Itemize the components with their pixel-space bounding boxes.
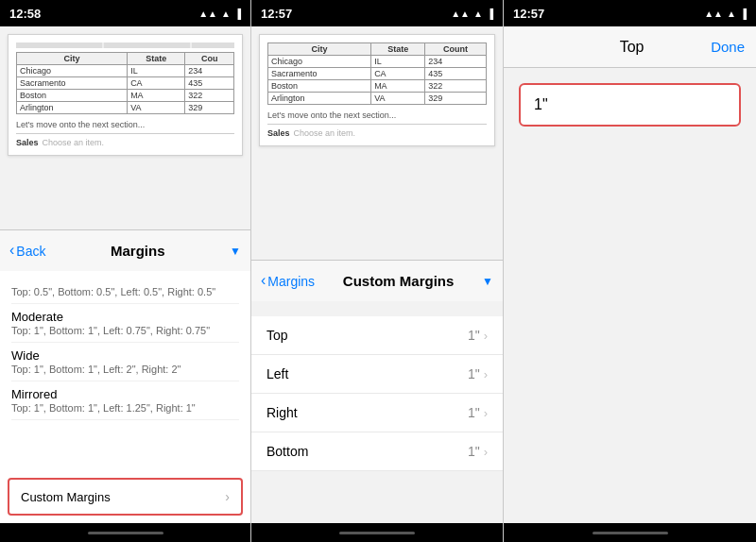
- doc-divider-1: [16, 133, 234, 134]
- table-cell: IL: [128, 65, 185, 77]
- cm-right-bottom: 1" ›: [468, 444, 488, 459]
- table-cell: Arlington: [17, 102, 128, 114]
- table-row: ChicagoIL234: [17, 65, 234, 77]
- table-cell: 234: [185, 65, 234, 77]
- cm-value-bottom: 1": [468, 444, 480, 459]
- margin-item-moderate-desc: Top: 1", Bottom: 1", Left: 0.75", Right:…: [11, 325, 239, 336]
- panel-custom-margins: 12:57 ▲▲ ▲ ▐ City State Count ChicagoIL2…: [251, 0, 504, 542]
- doc-dropdown-1: Sales Choose an item.: [16, 138, 234, 147]
- custom-margins-list: Top 1" › Left 1" › Right 1" › Bottom 1": [251, 301, 503, 523]
- time-1: 12:58: [9, 7, 41, 21]
- margin-item-mirrored-title: Mirrored: [11, 387, 239, 401]
- table-cell: Chicago: [17, 65, 128, 77]
- p2-col-state: State: [371, 43, 425, 56]
- table-row: ArlingtonVA329: [268, 93, 487, 105]
- col-city: City: [17, 53, 128, 65]
- margin-item-normal[interactable]: Top: 0.5", Bottom: 0.5", Left: 0.5", Rig…: [11, 280, 239, 304]
- back-label-2: Margins: [267, 274, 315, 289]
- home-bar-2: [339, 532, 415, 534]
- table-cell: Boston: [268, 80, 371, 93]
- cm-row-top[interactable]: Top 1" ›: [251, 316, 503, 355]
- top-margin-input[interactable]: 1": [519, 83, 741, 127]
- cm-row-bottom[interactable]: Bottom 1" ›: [251, 432, 503, 471]
- wifi-icon: ▲: [221, 8, 231, 19]
- panel3-nav: Top Done: [504, 26, 756, 68]
- status-icons-2: ▲▲ ▲ ▐: [451, 8, 493, 19]
- table-cell: IL: [371, 56, 425, 68]
- table-row: ChicagoIL234: [268, 56, 487, 68]
- cm-value-right: 1": [468, 405, 480, 420]
- chevron-left-icon-2: ‹: [261, 272, 266, 289]
- table-cell: Sacramento: [268, 68, 371, 80]
- cm-right-left: 1" ›: [468, 366, 488, 381]
- status-bar-2: 12:57 ▲▲ ▲ ▐: [251, 0, 503, 26]
- col-state: State: [128, 53, 185, 65]
- cm-row-right[interactable]: Right 1" ›: [251, 394, 503, 432]
- margin-item-wide-title: Wide: [11, 348, 239, 363]
- cm-label-top: Top: [266, 328, 288, 343]
- table-cell: CA: [128, 77, 185, 90]
- doc-text-1: Let's move onto the next section...: [16, 120, 234, 129]
- chevron-left-icon-1: ‹: [9, 242, 14, 259]
- doc-table-2: City State Count ChicagoIL234SacramentoC…: [267, 42, 487, 105]
- done-button[interactable]: Done: [711, 39, 745, 55]
- panel-margins: 12:58 ▲▲ ▲ ▐ City State Cou: [0, 0, 251, 542]
- status-bar-1: 12:58 ▲▲ ▲ ▐: [0, 0, 250, 26]
- doc-area-1: City State Cou ChicagoIL234SacramentoCA4…: [0, 26, 250, 229]
- cm-right-top: 1" ›: [468, 328, 488, 343]
- doc-divider-2: [267, 124, 487, 125]
- table-row: BostonMA322: [17, 90, 234, 102]
- table-cell: 234: [425, 56, 487, 68]
- dropdown-icon-1[interactable]: ▼: [230, 245, 241, 258]
- table-cell: Sacramento: [17, 77, 128, 90]
- cm-chevron-right: ›: [484, 406, 488, 420]
- cm-value-top: 1": [468, 328, 480, 343]
- doc-area-2: City State Count ChicagoIL234SacramentoC…: [251, 26, 503, 260]
- margin-item-wide[interactable]: Wide Top: 1", Bottom: 1", Left: 2", Righ…: [11, 343, 239, 381]
- margin-item-wide-desc: Top: 1", Bottom: 1", Left: 2", Right: 2": [11, 364, 239, 375]
- margin-item-normal-desc: Top: 0.5", Bottom: 0.5", Left: 0.5", Rig…: [11, 286, 239, 297]
- table-row: BostonMA322: [268, 80, 487, 93]
- dropdown-icon-2[interactable]: ▼: [482, 275, 493, 288]
- back-label-1: Back: [16, 244, 45, 259]
- home-indicator-3: [504, 523, 756, 542]
- table-cell: VA: [128, 102, 185, 114]
- nav-title-2: Custom Margins: [322, 273, 474, 289]
- status-icons-1: ▲▲ ▲ ▐: [198, 8, 241, 19]
- table-cell: MA: [371, 80, 425, 93]
- table-cell: 329: [425, 93, 487, 105]
- dropdown-label-2: Sales: [267, 128, 290, 138]
- cm-row-left[interactable]: Left 1" ›: [251, 355, 503, 394]
- table-cell: Arlington: [268, 93, 371, 105]
- col-count: Cou: [185, 53, 234, 65]
- cm-chevron-bottom: ›: [484, 445, 488, 459]
- table-cell: 322: [185, 90, 234, 102]
- margin-item-mirrored-desc: Top: 1", Bottom: 1", Left: 1.25", Right:…: [11, 402, 239, 414]
- panel3-content: 1": [504, 68, 756, 523]
- nav-bar-1: ‹ Back Margins ▼: [0, 229, 250, 271]
- signal-icon-3: ▲▲: [704, 8, 723, 19]
- home-bar-1: [88, 532, 163, 534]
- custom-margins-chevron-icon: ›: [225, 489, 230, 504]
- time-3: 12:57: [513, 7, 544, 21]
- top-margin-value: 1": [534, 96, 548, 113]
- margin-item-moderate[interactable]: Moderate Top: 1", Bottom: 1", Left: 0.75…: [11, 304, 239, 343]
- back-button-2[interactable]: ‹ Margins: [261, 273, 315, 289]
- doc-page-2: City State Count ChicagoIL234SacramentoC…: [259, 34, 495, 146]
- wifi-icon-2: ▲: [473, 8, 483, 19]
- margins-list: Top: 0.5", Bottom: 0.5", Left: 0.5", Rig…: [0, 271, 250, 478]
- table-cell: MA: [128, 90, 185, 102]
- table-cell: 322: [425, 80, 487, 93]
- cm-gap-top: [251, 305, 503, 316]
- table-cell: 435: [425, 68, 487, 80]
- margin-item-mirrored[interactable]: Mirrored Top: 1", Bottom: 1", Left: 1.25…: [11, 381, 239, 420]
- margin-item-moderate-title: Moderate: [11, 310, 239, 324]
- back-button-1[interactable]: ‹ Back: [9, 243, 45, 259]
- home-indicator-2: [251, 523, 503, 542]
- table-row: SacramentoCA435: [268, 68, 487, 80]
- panel3-nav-title: Top: [553, 39, 711, 56]
- nav-bar-2: ‹ Margins Custom Margins ▼: [251, 260, 503, 301]
- custom-margins-button[interactable]: Custom Margins ›: [8, 478, 243, 516]
- p2-col-city: City: [268, 43, 371, 56]
- battery-icon: ▐: [234, 8, 241, 19]
